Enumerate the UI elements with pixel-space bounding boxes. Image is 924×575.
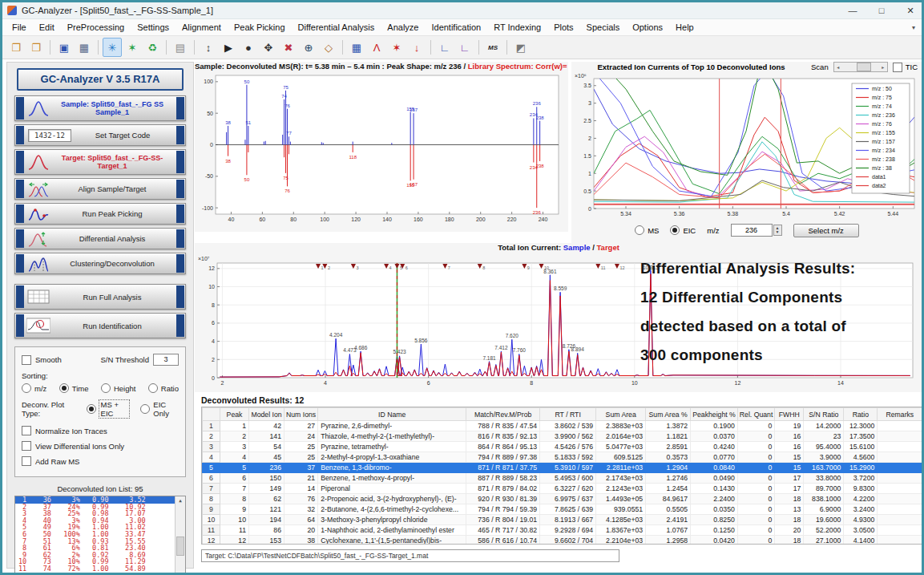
ms-plot[interactable]: 100500-50-100406080100120140160180200220… <box>195 71 565 228</box>
menu-rt-indexing[interactable]: RT Indexing <box>487 21 547 34</box>
column-header-fwhh[interactable]: FWHH <box>775 408 804 421</box>
close-button[interactable]: ✕ <box>904 6 917 16</box>
sidebar-button-full-analysis[interactable]: Run Full Analysis <box>14 284 186 310</box>
column-header-ratio[interactable]: Ratio <box>844 408 878 421</box>
sidebar-button-peak-picking[interactable]: Run Peak Picking <box>14 203 186 225</box>
settings-icon[interactable]: ✳ <box>103 38 122 57</box>
table-row[interactable]: 335425Pyrazine, tetramethyl-864 / R 864 … <box>203 442 922 452</box>
table-row[interactable]: 4445252-Methyl-4-propyl-1,3-oxathiane794… <box>203 452 922 463</box>
menu-peak-picking[interactable]: Peak Picking <box>228 21 292 34</box>
menu-settings[interactable]: Settings <box>131 21 176 34</box>
data-table-icon[interactable]: ▦ <box>75 38 94 57</box>
table-row[interactable]: 99121322-Butanone, 4-(2,6,6-trimethyl-2-… <box>203 504 922 515</box>
ms-radio-control[interactable]: MS <box>635 225 659 235</box>
point-icon[interactable]: ● <box>239 38 258 57</box>
lasso-icon[interactable]: ◇ <box>319 38 338 57</box>
menu-file[interactable]: File <box>6 21 33 34</box>
sidebar-button-target[interactable]: Target: Split50_fast_-_FG-SS-Target_1 <box>14 149 186 175</box>
slider-right-icon[interactable]: ▸ <box>879 64 887 70</box>
sidebar-button-differential[interactable]: Differential Analysis <box>14 228 186 249</box>
menu-alignment[interactable]: Alignment <box>176 21 228 34</box>
sorting-radio-Time[interactable]: Time <box>59 383 89 393</box>
menu-preprocessing[interactable]: PreProcessing <box>61 21 131 34</box>
menu-identification[interactable]: Identification <box>425 21 487 34</box>
sidebar-button-clustering[interactable]: Clustering/Deconvolution <box>14 253 186 274</box>
ion-list-scrollbar[interactable]: ▲▼ <box>175 496 185 575</box>
expand-icon[interactable]: ✥ <box>259 38 278 57</box>
column-header-peak[interactable]: Peak <box>220 408 249 421</box>
scan-slider[interactable]: ◂▸ <box>833 62 888 72</box>
scroll-thumb[interactable] <box>176 537 184 556</box>
menu-differential-analysis[interactable]: Differential Analysis <box>292 21 381 34</box>
table-row[interactable]: 6615021Benzene, 1-methoxy-4-propyl-887 /… <box>203 473 922 484</box>
column-header-num-ions[interactable]: Num Ions <box>284 408 318 421</box>
clear-icon[interactable]: ◩ <box>511 38 531 57</box>
column-header-sum-area-[interactable]: Sum Area % <box>646 408 691 421</box>
minimize-button[interactable]: — <box>846 6 859 15</box>
sidebar-button-identification[interactable]: Run Identification <box>14 313 186 338</box>
select-mz-button[interactable]: Select m/z <box>793 224 859 237</box>
checkbox-view-differential-ions-only[interactable]: View Differential Ions Only <box>22 441 179 451</box>
menu-specials[interactable]: Specials <box>580 21 627 34</box>
smooth-checkbox[interactable] <box>22 355 31 365</box>
maximize-button[interactable]: □ <box>875 6 888 15</box>
play-icon[interactable]: ▶ <box>219 38 238 57</box>
table-row[interactable]: 2214124Thiazole, 4-methyl-2-(1-methyleth… <box>203 431 922 442</box>
slider-thumb[interactable] <box>857 63 871 71</box>
column-header-match-rev-m-prob[interactable]: Match/Rev.M/Prob <box>466 408 540 421</box>
tic-checkbox-control[interactable]: TIC <box>893 63 918 72</box>
plot-type-radio-EICOnly[interactable]: EIC Only <box>140 400 179 418</box>
table-row[interactable]: 114227Pyrazine, 2,6-dimethyl-788 / R 835… <box>203 421 922 431</box>
mz-value[interactable]: 236 <box>731 224 773 237</box>
mz-spinner[interactable]: 236▲▼ <box>731 224 782 237</box>
peak-star-icon[interactable]: ✶ <box>387 38 406 57</box>
eic-radio-control[interactable]: EIC <box>670 225 696 235</box>
scroll-up-icon[interactable]: ▲ <box>179 497 182 503</box>
spinner-down-icon[interactable]: ▼ <box>776 230 780 234</box>
run-icon[interactable]: ✶ <box>123 38 142 57</box>
ion-list-row[interactable]: 12 75 89% 1.00 28.99 <box>15 573 185 575</box>
open-target-icon[interactable]: ❐ <box>26 38 46 57</box>
zoom-reset-icon[interactable]: ✖ <box>279 38 298 57</box>
column-header-remarks[interactable]: Remarks <box>878 408 922 421</box>
arrow-down-icon[interactable]: ↓ <box>407 38 426 57</box>
fit-y-icon[interactable]: ↕ <box>199 38 218 57</box>
checkbox-add-raw-ms[interactable]: Add Raw MS <box>22 456 179 466</box>
ms-view-icon[interactable]: MS <box>483 38 502 57</box>
sidebar-button-sample[interactable]: Sample: Split50_fast_-_FG SS Sample_1 <box>14 95 186 121</box>
menu-analyze[interactable]: Analyze <box>381 21 425 34</box>
print-icon[interactable]: ▤ <box>171 38 190 57</box>
open-sample-icon[interactable]: ❐ <box>6 38 26 57</box>
target-code-value[interactable]: 1432-12 <box>28 129 71 142</box>
column-header-sum-area[interactable]: Sum Area <box>596 408 646 421</box>
column-header-rt-rti[interactable]: RT / RTI <box>540 408 596 421</box>
sidebar-button-align[interactable]: Align Sample/Target <box>14 178 186 200</box>
table-row[interactable]: 1010194643-Methoxy-3-phenylpropyl chlori… <box>203 515 922 525</box>
table-row[interactable]: 8862762-Propenoic acid, 3-(2-hydroxyphen… <box>203 494 922 504</box>
menu-help[interactable]: Help <box>669 21 700 34</box>
menu-overflow-icon[interactable]: ▾ <box>912 24 918 31</box>
table-row[interactable]: 7714914Piperonal871 / R 879 / 84.026.322… <box>203 484 922 494</box>
sorting-radio-Height[interactable]: Height <box>101 383 135 393</box>
menu-plots[interactable]: Plots <box>547 21 579 34</box>
save-icon[interactable]: ▣ <box>54 38 74 57</box>
column-header-id-name[interactable]: ID Name <box>318 408 466 421</box>
chart-lc2-icon[interactable]: ∟ <box>455 38 474 57</box>
table-row[interactable]: 121215338Cyclohexane, 1,1'-(1,5-pentaned… <box>203 536 922 545</box>
sidebar-button-set-target-code[interactable]: 1432-12Set Target Code <box>14 124 186 146</box>
column-header-s-n-ratio[interactable]: S/N Ratio <box>804 408 844 421</box>
sn-threshold-input[interactable]: 3 <box>153 354 179 366</box>
sorting-radio-mz[interactable]: m/z <box>22 383 46 393</box>
slider-left-icon[interactable]: ◂ <box>834 64 842 70</box>
refresh-icon[interactable]: ♻ <box>143 38 162 57</box>
menu-options[interactable]: Options <box>626 21 669 34</box>
plot-type-radio-MSEIC[interactable]: MS + EIC <box>87 400 130 418</box>
column-header-peakheight-[interactable]: Peakheight % <box>691 408 738 421</box>
grid-icon[interactable]: ▦ <box>347 38 366 57</box>
checkbox-normalize-ion-traces[interactable]: Normalize Ion Traces <box>22 426 179 435</box>
column-header-model-ion[interactable]: Model Ion <box>249 408 284 421</box>
menu-edit[interactable]: Edit <box>33 21 61 34</box>
eic-plot[interactable]: ×10⁶00.511.522.533.55.345.365.385.45.425… <box>571 72 919 221</box>
chart-lc-icon[interactable]: ∟ <box>435 38 454 57</box>
ion-list[interactable]: 1 36 3% 0.90 3.52 2 37 24% 0.99 10.92 3 … <box>14 496 186 575</box>
